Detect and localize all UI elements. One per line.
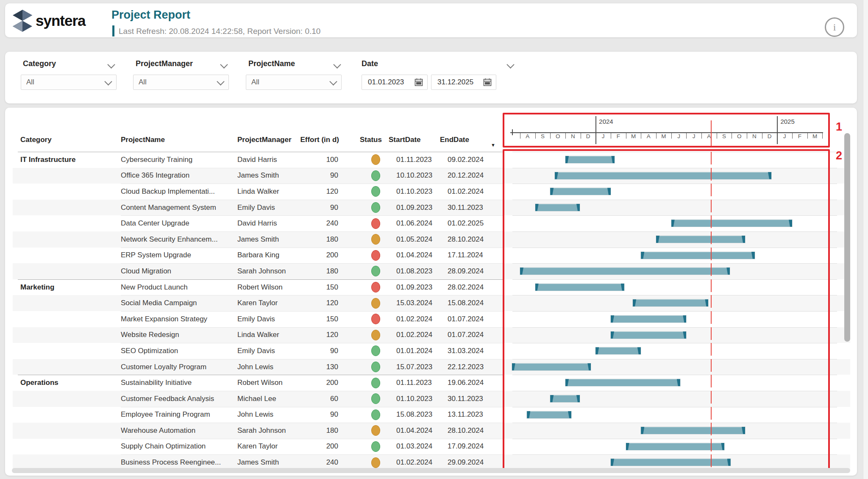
enddate-cell: 28.10.2024 — [448, 231, 494, 248]
manager-slicer-label: ProjectManager — [136, 59, 193, 68]
column-header-enddate[interactable]: EndDate — [440, 136, 469, 144]
status-indicator — [371, 409, 380, 420]
status-indicator — [371, 154, 380, 165]
projectname-cell: Warehouse Automation — [121, 423, 232, 439]
enddate-cell: 09.02.2024 — [448, 152, 494, 168]
projectname-cell: New Product Launch — [121, 279, 232, 295]
projectmanager-cell: Michael Lee — [237, 391, 301, 407]
status-cell — [370, 343, 381, 359]
projectmanager-cell: David Harris — [237, 215, 301, 231]
status-indicator — [371, 457, 380, 468]
page-scrollbar-track[interactable] — [863, 0, 868, 479]
category-slicer-dropdown[interactable]: All — [21, 75, 117, 90]
column-header-category[interactable]: Category — [20, 136, 52, 144]
startdate-cell: 01.11.2023 — [396, 375, 443, 391]
effort-cell: 100 — [298, 152, 338, 168]
startdate-cell: 01.05.2024 — [396, 231, 443, 248]
startdate-cell: 01.04.2024 — [396, 248, 443, 264]
category-slicer-chevron-icon[interactable] — [107, 61, 115, 68]
effort-cell: 90 — [298, 200, 338, 216]
status-cell — [370, 231, 381, 248]
date-end-input[interactable]: 31.12.2025 — [431, 75, 496, 90]
startdate-cell: 01.08.2023 — [396, 263, 443, 279]
category-cell: IT Infrastructure — [20, 152, 118, 168]
projectname-cell: Supply Chain Optimization — [121, 439, 232, 455]
effort-cell: 90 — [298, 343, 338, 359]
projectname-cell: Cybersecurity Training — [121, 152, 232, 168]
status-indicator — [371, 314, 380, 324]
annotation-box-2 — [503, 149, 830, 471]
category-cell: Operations — [20, 375, 118, 391]
projectname-slicer-dropdown[interactable]: All — [246, 75, 342, 90]
projectmanager-cell: Sarah Johnson — [237, 263, 301, 279]
column-header-projectmanager[interactable]: ProjectManager — [237, 136, 292, 144]
manager-slicer-dropdown[interactable]: All — [133, 75, 229, 90]
projectname-slicer-value: All — [251, 78, 259, 86]
column-header-startdate[interactable]: StartDate — [389, 136, 421, 144]
status-cell — [370, 407, 381, 423]
projectname-cell: ERP System Upgrade — [121, 248, 232, 264]
projectmanager-cell: Barbara King — [237, 248, 301, 264]
enddate-cell: 20.12.2024 — [448, 168, 494, 184]
status-cell — [370, 439, 381, 455]
horizontal-scrollbar[interactable] — [12, 468, 850, 473]
enddate-cell: 28.09.2024 — [448, 263, 494, 279]
syntera-logo-icon — [13, 10, 32, 32]
status-cell — [370, 295, 381, 311]
projectname-cell: Sustainability Initiative — [121, 375, 232, 391]
status-indicator — [371, 393, 380, 404]
effort-cell: 150 — [298, 311, 338, 327]
effort-cell: 90 — [298, 407, 338, 423]
status-cell — [370, 168, 381, 184]
projectname-cell: Employee Training Program — [121, 407, 232, 423]
startdate-cell: 01.02.2024 — [396, 327, 443, 343]
enddate-cell: 30.11.2023 — [448, 200, 494, 216]
enddate-cell: 01.07.2024 — [448, 311, 494, 327]
enddate-cell: 17.11.2024 — [448, 248, 494, 264]
projectname-cell: Customer Loyalty Program — [121, 359, 232, 375]
startdate-cell: 15.08.2023 — [396, 407, 443, 423]
status-indicator — [371, 202, 380, 213]
projectname-cell: Website Redesign — [121, 327, 232, 343]
column-header-status[interactable]: Status — [360, 136, 382, 144]
enddate-cell: 30.11.2023 — [448, 391, 494, 407]
status-indicator — [371, 378, 380, 388]
subtitle-accent-bar — [112, 25, 114, 36]
projectname-slicer-chevron-icon[interactable] — [333, 61, 341, 68]
effort-cell: 200 — [298, 439, 338, 455]
chevron-down-icon — [104, 78, 112, 85]
projectmanager-cell: Karen Taylor — [237, 439, 301, 455]
projectmanager-cell: John Lewis — [237, 359, 301, 375]
effort-cell: 240 — [298, 215, 338, 231]
chevron-down-icon — [329, 78, 337, 85]
effort-cell: 90 — [298, 168, 338, 184]
status-indicator — [371, 170, 380, 181]
sort-indicator-icon[interactable]: ▼ — [491, 142, 495, 148]
enddate-cell: 01.07.2024 — [448, 327, 494, 343]
status-indicator — [371, 298, 380, 309]
effort-cell: 120 — [298, 184, 338, 200]
projectmanager-cell: Linda Walker — [237, 184, 301, 200]
startdate-cell: 01.06.2024 — [396, 215, 443, 231]
effort-cell: 200 — [298, 248, 338, 264]
projectname-slicer-label: ProjectName — [248, 59, 295, 68]
date-slicer-chevron-icon[interactable] — [506, 61, 514, 68]
startdate-cell: 01.04.2024 — [396, 423, 443, 439]
projectname-cell: Customer Feedback Analysis — [121, 391, 232, 407]
enddate-cell: 31.03.2024 — [448, 343, 494, 359]
last-refresh-text: Last Refresh: 20.08.2024 14:22:58, Repor… — [119, 27, 320, 36]
projectmanager-cell: Emily Davis — [237, 343, 301, 359]
enddate-cell: 01.02.2024 — [448, 184, 494, 200]
info-icon[interactable]: i — [825, 17, 844, 37]
date-start-value: 01.01.2023 — [368, 78, 404, 86]
vertical-scrollbar-thumb[interactable] — [844, 133, 850, 342]
project-table-visual: Category ProjectName ProjectManager Effo… — [5, 108, 857, 476]
startdate-cell: 01.03.2024 — [396, 439, 443, 455]
column-header-effort[interactable]: Effort (in d) — [297, 136, 339, 144]
date-start-input[interactable]: 01.01.2023 — [362, 75, 428, 90]
filter-bar: Category All ProjectManager All ProjectN… — [5, 52, 857, 103]
manager-slicer-chevron-icon[interactable] — [220, 61, 228, 68]
status-cell — [370, 248, 381, 264]
projectmanager-cell: Emily Davis — [237, 200, 301, 216]
column-header-projectname[interactable]: ProjectName — [121, 136, 165, 144]
